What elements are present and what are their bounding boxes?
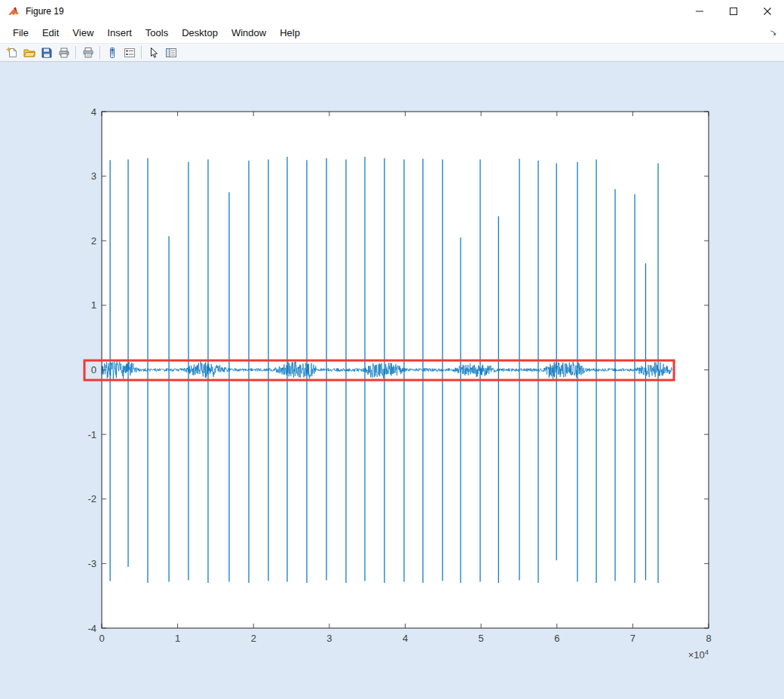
insert-colorbar-button[interactable]	[103, 44, 121, 61]
svg-text:7: 7	[630, 633, 635, 644]
svg-text:6: 6	[554, 633, 559, 644]
titlebar: Figure 19	[0, 0, 784, 23]
svg-text:0: 0	[99, 633, 104, 644]
property-inspector-button[interactable]	[162, 44, 179, 61]
svg-text:×104: ×104	[688, 648, 709, 661]
open-file-button[interactable]	[20, 44, 38, 61]
svg-text:4: 4	[403, 633, 408, 644]
menu-desktop[interactable]: Desktop	[175, 24, 225, 41]
insert-colorbar-icon	[106, 47, 118, 59]
svg-text:4: 4	[91, 106, 96, 118]
svg-text:2: 2	[91, 235, 96, 247]
edit-plot-icon	[148, 47, 160, 59]
menu-edit[interactable]: Edit	[35, 24, 66, 41]
svg-text:1: 1	[91, 299, 96, 311]
print-preview-icon	[82, 47, 94, 59]
menu-insert[interactable]: Insert	[100, 24, 139, 41]
new-figure-button[interactable]	[3, 44, 20, 61]
minimize-button[interactable]	[682, 0, 716, 23]
toolbar-separator	[100, 46, 100, 59]
menubar-overflow-icon[interactable]	[769, 29, 778, 38]
new-figure-icon	[6, 47, 18, 59]
figure-area: 012345678-4-3-2-101234×104	[0, 62, 784, 699]
menu-view[interactable]: View	[66, 24, 100, 41]
save-figure-icon	[41, 47, 53, 59]
svg-text:-3: -3	[87, 558, 96, 569]
menu-file[interactable]: File	[6, 24, 35, 41]
svg-text:-4: -4	[87, 623, 96, 634]
print-figure-button[interactable]	[55, 44, 72, 61]
print-preview-button[interactable]	[79, 44, 96, 61]
open-file-icon	[23, 47, 35, 59]
insert-legend-button[interactable]	[121, 44, 138, 61]
toolbar-separator	[75, 46, 76, 59]
toolbar	[0, 43, 784, 62]
menu-window[interactable]: Window	[225, 24, 273, 41]
menu-help[interactable]: Help	[273, 24, 307, 41]
maximize-button[interactable]	[716, 0, 750, 23]
svg-text:2: 2	[251, 633, 256, 644]
menubar: File Edit View Insert Tools Desktop Wind…	[0, 23, 784, 43]
property-inspector-icon	[165, 47, 177, 59]
svg-text:8: 8	[706, 633, 711, 644]
window-controls	[682, 0, 784, 23]
svg-text:-2: -2	[87, 493, 96, 504]
close-button[interactable]	[750, 0, 784, 23]
svg-text:1: 1	[175, 633, 180, 644]
svg-text:5: 5	[479, 633, 484, 644]
svg-text:-1: -1	[87, 429, 96, 440]
plot-canvas[interactable]: 012345678-4-3-2-101234×104	[0, 62, 784, 699]
print-figure-icon	[58, 47, 70, 59]
figure-window: Figure 19 File Edit View Insert Tools De…	[0, 0, 784, 699]
menu-tools[interactable]: Tools	[139, 24, 175, 41]
svg-text:3: 3	[91, 170, 96, 182]
insert-legend-icon	[124, 47, 136, 59]
svg-text:3: 3	[326, 633, 332, 644]
matlab-figure-icon	[8, 5, 20, 17]
svg-text:0: 0	[91, 364, 96, 376]
save-figure-button[interactable]	[38, 44, 55, 61]
edit-plot-button[interactable]	[145, 44, 162, 61]
toolbar-separator	[141, 46, 142, 59]
window-title: Figure 19	[26, 6, 64, 17]
